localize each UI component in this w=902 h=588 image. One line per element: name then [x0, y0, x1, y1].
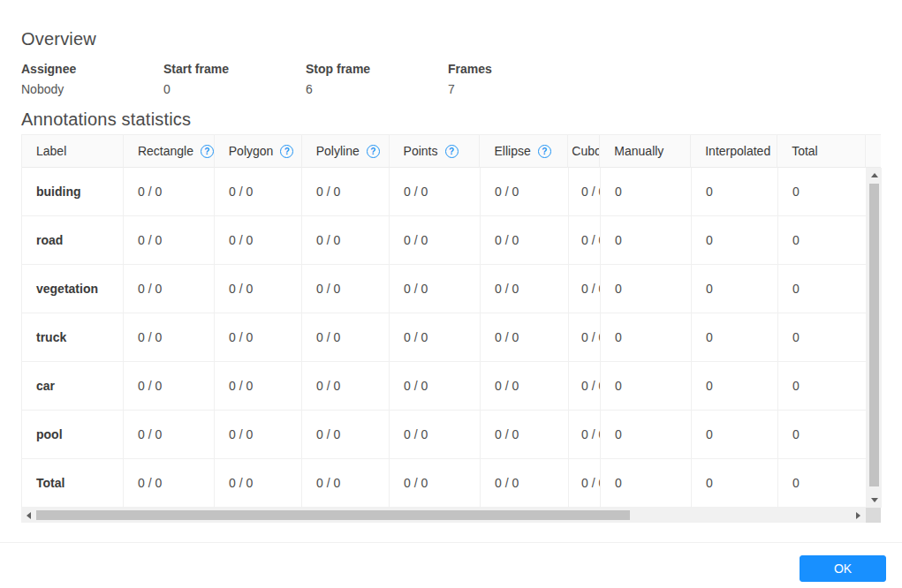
field-value: 0 [163, 82, 306, 96]
horizontal-scrollbar-track[interactable] [36, 508, 851, 523]
cell-polyline: 0 / 0 [302, 168, 390, 216]
field-value: 6 [306, 82, 448, 96]
statistics-table: Label Rectangle? Polygon? Polyline? Poin… [21, 134, 881, 508]
cell-points: 0 / 0 [390, 459, 481, 508]
field-label: Stop frame [306, 62, 448, 76]
modal-footer: OK [0, 542, 902, 588]
cell-cuboids-clipped: 0 / 0 [569, 411, 601, 459]
column-header-total: Total [777, 135, 866, 168]
table-header-row: Label Rectangle? Polygon? Polyline? Poin… [21, 134, 881, 168]
arrow-left-icon [27, 512, 31, 519]
column-label: Cuboids [572, 144, 600, 158]
cell-label: pool [22, 411, 124, 459]
cell-label: vegetation [22, 265, 124, 313]
column-header-interpolated: Interpolated [691, 135, 777, 168]
cell-interpolated: 0 [692, 168, 778, 216]
column-header-rectangle: Rectangle? [124, 135, 215, 168]
cell-manually: 0 [601, 216, 692, 265]
column-header-cuboids-clipped: Cuboids [568, 135, 600, 168]
overview-field-assignee: Assignee Nobody [21, 62, 163, 96]
field-label: Start frame [163, 62, 306, 76]
cell-polyline: 0 / 0 [302, 216, 390, 265]
cell-label: Total [22, 459, 124, 508]
header-scrollbar-gutter [866, 135, 881, 168]
column-label: Interpolated [705, 144, 770, 158]
job-details-modal: Overview Assignee Nobody Start frame 0 S… [0, 0, 902, 588]
cell-polyline: 0 / 0 [302, 362, 390, 411]
ok-button[interactable]: OK [800, 555, 886, 582]
column-label: Ellipse [494, 144, 530, 158]
cell-cuboids-clipped: 0 / 0 [569, 362, 601, 411]
cell-manually: 0 [601, 265, 692, 313]
cell-points: 0 / 0 [390, 216, 481, 265]
overview-field-start-frame: Start frame 0 [163, 62, 306, 96]
question-circle-icon[interactable]: ? [445, 145, 459, 158]
cell-total: 0 [778, 313, 867, 362]
cell-total: 0 [778, 216, 867, 265]
question-circle-icon[interactable]: ? [280, 145, 293, 158]
question-circle-icon[interactable]: ? [538, 145, 551, 158]
arrow-down-icon [871, 498, 878, 502]
table-row: road 0 / 0 0 / 0 0 / 0 0 / 0 0 / 0 0 / 0… [22, 216, 867, 265]
field-label: Frames [448, 62, 590, 76]
cell-points: 0 / 0 [390, 168, 481, 216]
overview-field-frames: Frames 7 [448, 62, 590, 96]
cell-polyline: 0 / 0 [302, 459, 390, 508]
cell-ellipse: 0 / 0 [481, 216, 569, 265]
cell-label: road [22, 216, 124, 265]
overview-title: Overview [21, 29, 96, 49]
cell-interpolated: 0 [692, 362, 778, 411]
column-label: Label [36, 144, 66, 158]
cell-rectangle: 0 / 0 [124, 411, 215, 459]
cell-points: 0 / 0 [390, 313, 481, 362]
cell-rectangle: 0 / 0 [124, 216, 215, 265]
cell-rectangle: 0 / 0 [124, 265, 215, 313]
column-header-ellipse: Ellipse? [480, 135, 568, 168]
cell-cuboids-clipped: 0 / 0 [569, 168, 601, 216]
cell-ellipse: 0 / 0 [481, 411, 569, 459]
field-label: Assignee [21, 62, 163, 76]
cell-ellipse: 0 / 0 [481, 459, 569, 508]
question-circle-icon[interactable]: ? [367, 145, 380, 158]
cell-polygon: 0 / 0 [215, 362, 302, 411]
arrow-right-icon [856, 512, 860, 519]
cell-polygon: 0 / 0 [215, 168, 302, 216]
horizontal-scrollbar[interactable] [21, 508, 866, 523]
scroll-down-button[interactable] [867, 493, 882, 508]
column-label: Polygon [229, 144, 274, 158]
column-header-points: Points? [390, 135, 481, 168]
cell-manually: 0 [601, 313, 692, 362]
cell-polyline: 0 / 0 [302, 411, 390, 459]
question-circle-icon[interactable]: ? [201, 145, 214, 158]
vertical-scrollbar-thumb[interactable] [869, 184, 879, 486]
cell-polygon: 0 / 0 [215, 216, 302, 265]
cell-total: 0 [778, 168, 867, 216]
cell-polygon: 0 / 0 [215, 265, 302, 313]
vertical-scrollbar[interactable] [867, 168, 882, 508]
horizontal-scrollbar-thumb[interactable] [36, 510, 630, 520]
scroll-right-button[interactable] [851, 508, 866, 523]
cell-total: 0 [778, 411, 867, 459]
table-row: pool 0 / 0 0 / 0 0 / 0 0 / 0 0 / 0 0 / 0… [22, 411, 867, 459]
cell-rectangle: 0 / 0 [124, 459, 215, 508]
cell-total: 0 [778, 362, 867, 411]
cell-total: 0 [778, 459, 867, 508]
cell-interpolated: 0 [692, 216, 778, 265]
cell-cuboids-clipped: 0 / 0 [569, 313, 601, 362]
column-header-manually: Manually [600, 135, 691, 168]
scroll-left-button[interactable] [21, 508, 36, 523]
arrow-up-icon [871, 173, 878, 177]
cell-total: 0 [778, 265, 867, 313]
column-header-polyline: Polyline? [302, 135, 390, 168]
cell-interpolated: 0 [692, 459, 778, 508]
overview-grid: Assignee Nobody Start frame 0 Stop frame… [21, 62, 590, 96]
cell-ellipse: 0 / 0 [481, 362, 569, 411]
table-body: buiding 0 / 0 0 / 0 0 / 0 0 / 0 0 / 0 0 … [21, 168, 867, 508]
column-label: Polyline [316, 144, 360, 158]
table-row: vegetation 0 / 0 0 / 0 0 / 0 0 / 0 0 / 0… [22, 265, 867, 313]
cell-ellipse: 0 / 0 [481, 265, 569, 313]
scroll-up-button[interactable] [867, 168, 882, 183]
cell-label: car [22, 362, 124, 411]
cell-polygon: 0 / 0 [215, 411, 302, 459]
cell-interpolated: 0 [692, 265, 778, 313]
